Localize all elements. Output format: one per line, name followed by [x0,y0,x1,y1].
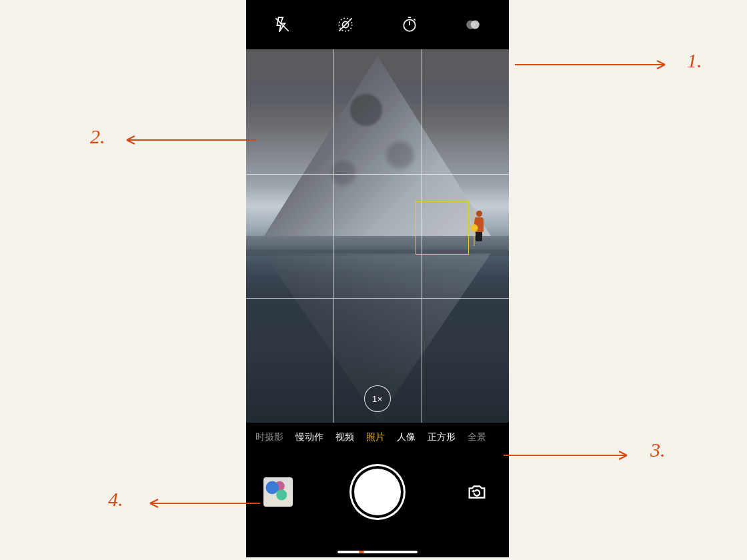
mode-portrait[interactable]: 人像 [397,431,416,443]
annotation-arrow-3 [504,445,637,465]
timer-icon[interactable] [400,15,420,35]
annotation-label-4: 4. [108,488,123,511]
mode-square[interactable]: 正方形 [428,431,456,443]
annotation-label-2: 2. [90,125,105,148]
exposure-slider-icon[interactable] [471,225,478,231]
live-photo-off-icon[interactable] [335,15,355,35]
shutter-button[interactable] [354,469,401,515]
annotation-label-3: 3. [650,439,666,461]
mode-timelapse[interactable]: 时摄影 [255,431,283,443]
mode-pano[interactable]: 全景 [468,431,486,443]
annotation-arrow-4 [140,493,260,513]
camera-flip-icon[interactable] [462,477,492,507]
mode-photo[interactable]: 照片 [366,431,385,443]
svg-line-3 [339,18,353,31]
focus-indicator[interactable] [416,201,469,255]
mode-slomo[interactable]: 慢动作 [295,431,323,443]
camera-mode-strip[interactable]: 时摄影 慢动作 视频 照片 人像 正方形 全景 [246,423,509,452]
phone-camera-app: 1× 时摄影 慢动作 视频 照片 人像 正方形 全景 [246,0,509,557]
annotation-label-1: 1. [687,49,702,72]
last-photo-thumbnail[interactable] [263,477,293,507]
flash-off-icon[interactable] [272,15,292,35]
zoom-label: 1× [372,394,383,404]
mode-video[interactable]: 视频 [335,431,354,443]
filters-icon[interactable] [463,15,483,35]
zoom-toggle[interactable]: 1× [364,385,391,412]
camera-bottom-controls [246,452,509,532]
home-indicator[interactable] [337,551,418,553]
annotation-arrow-2 [117,130,257,150]
camera-viewfinder[interactable]: 1× [246,49,509,423]
camera-top-controls [246,0,509,49]
annotation-arrow-1 [515,55,675,75]
svg-point-6 [471,21,480,29]
